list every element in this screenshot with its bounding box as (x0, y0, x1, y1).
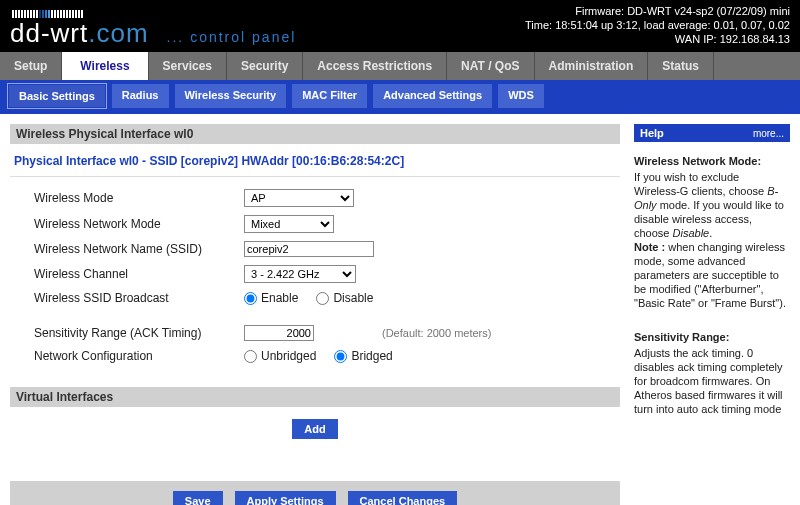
uptime-load: Time: 18:51:04 up 3:12, load average: 0.… (525, 18, 790, 32)
select-wireless-mode[interactable]: AP (244, 189, 354, 207)
input-ack-timing[interactable] (244, 325, 314, 341)
help-body: Wireless Network Mode: If you wish to ex… (634, 142, 790, 416)
main-tabs: Setup Wireless Services Security Access … (0, 52, 800, 80)
select-channel[interactable]: 3 - 2.422 GHz (244, 265, 356, 283)
radio-broadcast-enable[interactable] (244, 292, 257, 305)
help-sidebar: Help more... Wireless Network Mode: If y… (634, 124, 790, 505)
help-heading-sensitivity-range: Sensitivity Range: (634, 330, 788, 344)
subtab-wireless-security[interactable]: Wireless Security (175, 84, 287, 108)
label-network-mode: Wireless Network Mode (34, 217, 244, 231)
help-more-link[interactable]: more... (753, 128, 784, 139)
wan-ip: WAN IP: 192.168.84.13 (525, 32, 790, 46)
ack-default-hint: (Default: 2000 meters) (382, 327, 491, 339)
logo: dd-wrt.com ... control panel (10, 10, 296, 46)
label-network-config: Network Configuration (34, 349, 244, 363)
help-heading-network-mode: Wireless Network Mode: (634, 154, 788, 168)
tab-wireless[interactable]: Wireless (62, 52, 148, 80)
radio-broadcast-disable[interactable] (316, 292, 329, 305)
label-ack-timing: Sensitivity Range (ACK Timing) (34, 326, 244, 340)
app-header: dd-wrt.com ... control panel Firmware: D… (0, 0, 800, 52)
footer-buttons: Save Apply Settings Cancel Changes (10, 481, 620, 505)
add-button[interactable]: Add (292, 419, 337, 439)
subtab-radius[interactable]: Radius (112, 84, 169, 108)
select-network-mode[interactable]: Mixed (244, 215, 334, 233)
subtab-wds[interactable]: WDS (498, 84, 544, 108)
subtab-advanced-settings[interactable]: Advanced Settings (373, 84, 492, 108)
label-channel: Wireless Channel (34, 267, 244, 281)
label-ssid-broadcast: Wireless SSID Broadcast (34, 291, 244, 305)
subtab-basic-settings[interactable]: Basic Settings (8, 84, 106, 108)
radio-unbridged[interactable] (244, 350, 257, 363)
tab-administration[interactable]: Administration (535, 52, 649, 80)
cancel-changes-button[interactable]: Cancel Changes (348, 491, 458, 505)
logo-bars-icon (12, 10, 296, 18)
firmware-version: Firmware: DD-WRT v24-sp2 (07/22/09) mini (525, 4, 790, 18)
radio-unbridged-wrap[interactable]: Unbridged (244, 349, 316, 363)
radio-broadcast-enable-wrap[interactable]: Enable (244, 291, 298, 305)
apply-settings-button[interactable]: Apply Settings (235, 491, 336, 505)
radio-broadcast-disable-wrap[interactable]: Disable (316, 291, 373, 305)
header-info: Firmware: DD-WRT v24-sp2 (07/22/09) mini… (525, 4, 790, 46)
tab-status[interactable]: Status (648, 52, 714, 80)
tab-access-restrictions[interactable]: Access Restrictions (303, 52, 447, 80)
radio-bridged-wrap[interactable]: Bridged (334, 349, 392, 363)
main-panel: Wireless Physical Interface wl0 Physical… (10, 124, 620, 505)
subtab-mac-filter[interactable]: MAC Filter (292, 84, 367, 108)
sub-tabs: Basic Settings Radius Wireless Security … (0, 80, 800, 114)
label-wireless-mode: Wireless Mode (34, 191, 244, 205)
tab-services[interactable]: Services (149, 52, 227, 80)
tab-setup[interactable]: Setup (0, 52, 62, 80)
control-panel-label: ... control panel (167, 29, 297, 45)
help-title: Help (640, 127, 664, 139)
save-button[interactable]: Save (173, 491, 223, 505)
logo-text: dd-wrt.com (10, 20, 149, 46)
section-physical-interface: Wireless Physical Interface wl0 (10, 124, 620, 144)
interface-detail-line: Physical Interface wl0 - SSID [corepiv2]… (10, 144, 620, 177)
tab-security[interactable]: Security (227, 52, 303, 80)
input-ssid[interactable] (244, 241, 374, 257)
section-virtual-interfaces: Virtual Interfaces (10, 387, 620, 407)
label-ssid: Wireless Network Name (SSID) (34, 242, 244, 256)
tab-nat-qos[interactable]: NAT / QoS (447, 52, 534, 80)
radio-bridged[interactable] (334, 350, 347, 363)
